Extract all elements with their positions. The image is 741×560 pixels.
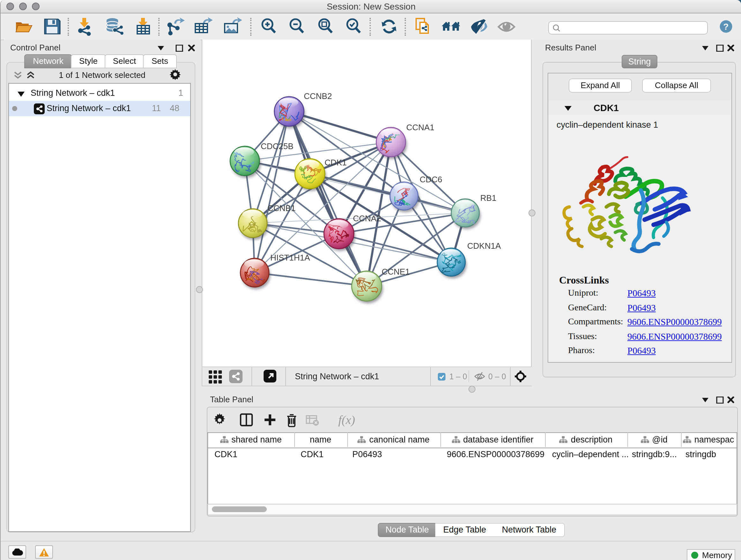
svg-text:CDK1: CDK1 <box>325 158 347 167</box>
svg-text:CDC6: CDC6 <box>420 175 442 184</box>
svg-text:f(x): f(x) <box>338 413 355 427</box>
svg-text:CDC25B: CDC25B <box>261 141 293 151</box>
svg-text:RB1: RB1 <box>480 193 496 203</box>
svg-text:CCNB2: CCNB2 <box>304 91 332 101</box>
svg-text:CCNA1: CCNA1 <box>406 123 434 132</box>
svg-text:CCNA2: CCNA2 <box>353 213 381 223</box>
svg-text:HIST1H1A: HIST1H1A <box>270 253 310 262</box>
svg-text:CCNE1: CCNE1 <box>382 267 410 276</box>
svg-text:CCNB1: CCNB1 <box>267 203 295 213</box>
svg-text:CDKN1A: CDKN1A <box>467 241 501 251</box>
svg-text:?: ? <box>724 22 729 32</box>
